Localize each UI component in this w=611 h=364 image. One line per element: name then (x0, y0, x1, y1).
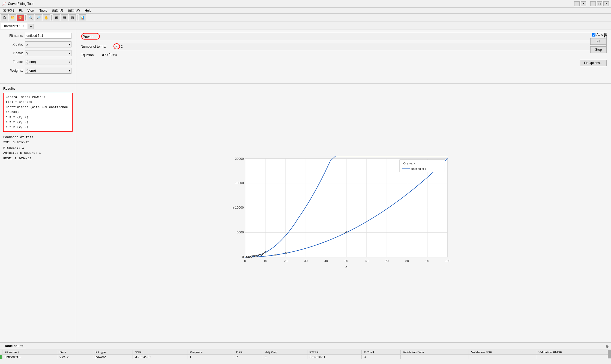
title-bar: 📈 Curve Fitting Tool — ✕ — □ ✕ (0, 0, 611, 8)
menu-view[interactable]: View (25, 8, 37, 13)
results-gof: Goodness of fit: SSE: 3.281e-21 R-square… (3, 134, 73, 161)
menu-file[interactable]: 文件(F) (1, 8, 16, 13)
row-sse: 3.2813e-21 (133, 355, 187, 359)
equation-value: a*x^b+c (102, 53, 117, 57)
toolbar-zoom-in-btn[interactable]: 🔍 (27, 14, 34, 21)
equation-row: Equation: a*x^b+c (81, 53, 607, 57)
toolbar-grid3-btn[interactable]: ⊟ (69, 14, 76, 21)
svg-text:40: 40 (324, 259, 328, 262)
right-config: Power ▾ Number of terms: 2 1 2 (76, 29, 611, 83)
equation-label: Equation: (81, 53, 100, 57)
menu-fit[interactable]: Fit (17, 8, 25, 13)
num-terms-label: Number of terms: (81, 45, 111, 49)
fit-options-btn[interactable]: Fit Options... (580, 60, 607, 66)
weights-select-wrapper: (none) (25, 68, 71, 74)
coeff-c: c = 2 (2, 2) (6, 125, 70, 130)
col-dfe: DFE (234, 350, 263, 355)
minimize-btn[interactable]: — (590, 1, 596, 6)
menu-tools[interactable]: Tools (37, 8, 49, 13)
table-fits-title: Table of Fits (2, 343, 26, 349)
weights-select[interactable]: (none) (25, 68, 71, 74)
row-adj-r-sq: 1 (263, 355, 307, 359)
close-btn[interactable]: ✕ (603, 1, 609, 6)
row-data: y vs. x (57, 355, 93, 359)
title-bar-left: 📈 Curve Fitting Tool (2, 2, 33, 6)
stop-btn[interactable]: Stop (590, 46, 607, 53)
tab-untitled-fit-1[interactable]: untitled fit 1 × (1, 23, 27, 29)
autofit-checkbox[interactable] (592, 33, 595, 37)
scrollbar[interactable] (608, 350, 611, 359)
toolbar-sep1 (25, 15, 26, 20)
svg-text:60: 60 (365, 259, 369, 262)
toolbar-new-btn[interactable]: 🗋 (1, 14, 8, 21)
scrollbar-thumb[interactable] (608, 350, 611, 358)
row-n-coeff: 3 (362, 355, 401, 359)
weights-row: Weights: (none) (4, 68, 71, 74)
sse: SSE: 3.281e-21 (3, 140, 73, 145)
x-data-select[interactable]: x (25, 41, 71, 47)
z-data-select[interactable]: (none) (25, 59, 71, 65)
svg-text:y vs. x: y vs. x (407, 162, 415, 165)
tab-add-btn[interactable]: + (28, 24, 34, 29)
fit-btn[interactable]: Fit (590, 38, 607, 45)
middle-panel: Results General model Power2: f(x) = a*x… (0, 84, 611, 342)
col-r-square: R-square (187, 350, 234, 355)
y-data-select[interactable]: y (25, 50, 71, 56)
table-row[interactable]: untitled fit 1 y vs. x power2 3.2813e-21… (0, 355, 611, 359)
svg-text:5000: 5000 (237, 230, 244, 234)
toolbar: 🗋 📂 🎨 🔍 🔎 ✋ ⊞ ▦ ⊟ 📊 (0, 14, 611, 22)
toolbar-chart-btn[interactable]: 📊 (79, 14, 86, 21)
col-n-coeff: # Coeff (362, 350, 401, 355)
results-panel: Results General model Power2: f(x) = a*x… (0, 84, 76, 342)
fit-name-input[interactable] (25, 33, 71, 39)
toolbar-color-btn[interactable]: 🎨 (17, 14, 24, 21)
toolbar-open-btn[interactable]: 📂 (9, 14, 16, 21)
row-fit-type: power2 (93, 355, 133, 359)
row-val-data (401, 355, 469, 359)
results-title: Results (3, 87, 73, 91)
extra-min-btn[interactable]: — (574, 1, 580, 6)
toolbar-grid2-btn[interactable]: ▦ (61, 14, 68, 21)
col-fit-name-label: Fit name (5, 351, 17, 354)
num-terms-select[interactable]: 2 1 (113, 43, 607, 50)
gof-title: Goodness of fit: (3, 134, 73, 140)
col-adj-r-sq: Adj R-sq (263, 350, 307, 355)
app-icon: 📈 (2, 2, 6, 6)
menu-window[interactable]: 窗口(W) (66, 8, 82, 13)
row-val-rmse (536, 355, 611, 359)
r-square: R-square: 1 (3, 145, 73, 151)
num-terms-row: Number of terms: 2 1 2 ▾ (81, 43, 607, 50)
toolbar-zoom-out-btn[interactable]: 🔎 (35, 14, 42, 21)
menu-desktop[interactable]: 桌面(D) (50, 8, 65, 13)
svg-text:90: 90 (426, 259, 429, 262)
chart-svg: 0 5000 10000 15000 20000 0 10 20 30 40 5… (221, 156, 466, 270)
svg-text:100: 100 (445, 259, 450, 262)
left-config: Fit name: X data: x Y data: y (0, 29, 76, 83)
toolbar-pan-btn[interactable]: ✋ (43, 14, 50, 21)
svg-text:50: 50 (345, 259, 348, 262)
svg-text:15000: 15000 (235, 181, 244, 184)
col-fit-type: Fit type (93, 350, 133, 355)
extra-close-btn[interactable]: ✕ (581, 1, 586, 6)
svg-text:0: 0 (244, 259, 246, 262)
col-val-sse: Validation SSE (469, 350, 536, 355)
fit-type-select[interactable]: Power (81, 33, 607, 40)
x-data-label: X data: (4, 43, 23, 46)
coefficients-header: Coefficients (with 95% confidence bounds… (6, 105, 70, 115)
menu-help[interactable]: Help (82, 8, 94, 13)
svg-text:30: 30 (304, 259, 308, 262)
scroll-indicator: ⊕ (606, 344, 609, 348)
main-container: Fit name: X data: x Y data: y (0, 29, 611, 364)
tab-close-btn[interactable]: × (22, 25, 24, 28)
maximize-btn[interactable]: □ (597, 1, 602, 6)
svg-text:20: 20 (284, 259, 288, 262)
toolbar-grid1-btn[interactable]: ⊞ (53, 14, 60, 21)
x-data-select-wrapper: x (25, 41, 71, 47)
z-data-label: Z data: (4, 60, 23, 64)
row-dfe: 7 (234, 355, 263, 359)
bottom-panel: Table of Fits ⊕ Fit name ↑ Data Fit type… (0, 342, 611, 364)
col-sse: SSE (133, 350, 187, 355)
y-data-select-wrapper: y (25, 50, 71, 56)
row-rmse: 2.1651e-11 (307, 355, 362, 359)
col-fit-name[interactable]: Fit name ↑ (2, 350, 57, 355)
